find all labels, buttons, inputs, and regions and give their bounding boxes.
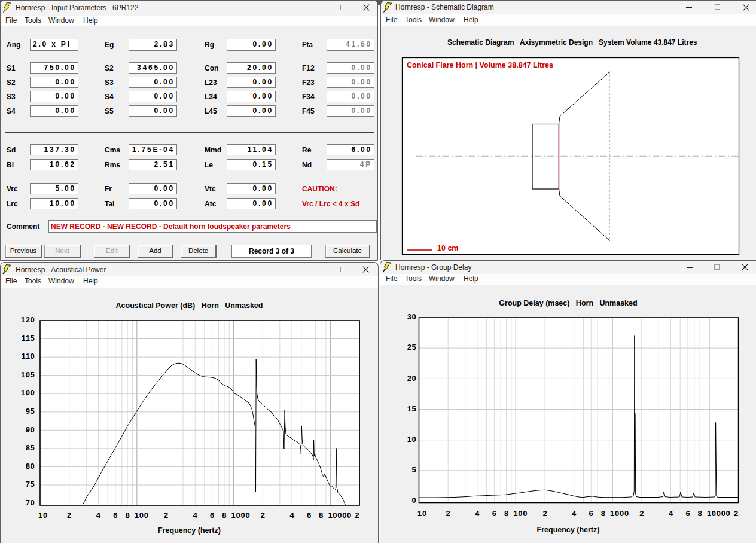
svg-text:80: 80: [26, 462, 35, 471]
svg-text:8: 8: [601, 509, 605, 518]
svg-text:2: 2: [355, 511, 359, 520]
svg-text:6: 6: [685, 509, 690, 518]
svg-text:90: 90: [26, 425, 35, 434]
svg-text:105: 105: [21, 370, 35, 379]
svg-text:4: 4: [289, 511, 294, 520]
svg-text:4: 4: [193, 511, 198, 520]
svg-text:8: 8: [698, 509, 702, 518]
svg-text:8: 8: [319, 511, 323, 520]
svg-text:6: 6: [589, 509, 593, 518]
svg-text:8: 8: [125, 511, 129, 520]
svg-text:10000: 10000: [328, 511, 352, 520]
svg-text:110: 110: [21, 352, 35, 361]
svg-text:10: 10: [407, 435, 417, 444]
svg-text:4: 4: [572, 509, 577, 518]
svg-text:2: 2: [734, 509, 738, 518]
svg-text:2: 2: [639, 509, 644, 518]
svg-text:1000: 1000: [610, 509, 629, 518]
svg-text:10: 10: [417, 509, 427, 518]
svg-text:6: 6: [492, 509, 496, 518]
svg-text:115: 115: [21, 334, 35, 343]
svg-text:6: 6: [210, 511, 214, 520]
svg-text:6: 6: [307, 511, 311, 520]
svg-text:8: 8: [222, 511, 226, 520]
svg-text:2: 2: [261, 511, 265, 520]
svg-text:100: 100: [513, 509, 528, 518]
svg-text:2: 2: [446, 509, 450, 518]
svg-text:120: 120: [21, 315, 35, 324]
svg-text:30: 30: [407, 312, 417, 321]
svg-text:100: 100: [135, 511, 149, 520]
svg-text:4: 4: [475, 509, 480, 518]
svg-text:2: 2: [542, 509, 547, 518]
svg-text:25: 25: [407, 343, 417, 352]
svg-text:70: 70: [26, 498, 35, 507]
svg-text:4: 4: [96, 511, 101, 520]
svg-text:15: 15: [407, 404, 417, 413]
svg-text:20: 20: [407, 374, 417, 383]
svg-text:85: 85: [26, 443, 35, 452]
svg-text:8: 8: [504, 509, 508, 518]
svg-text:0: 0: [412, 496, 417, 505]
svg-text:1000: 1000: [231, 511, 251, 520]
svg-text:75: 75: [26, 480, 35, 489]
svg-text:2: 2: [67, 511, 71, 520]
svg-text:95: 95: [26, 407, 35, 416]
svg-text:10: 10: [38, 511, 48, 520]
svg-text:2: 2: [164, 511, 168, 520]
svg-text:100: 100: [21, 388, 35, 397]
svg-text:5: 5: [412, 465, 417, 474]
svg-text:4: 4: [669, 509, 673, 518]
svg-text:6: 6: [113, 511, 117, 520]
svg-text:10000: 10000: [707, 509, 731, 518]
